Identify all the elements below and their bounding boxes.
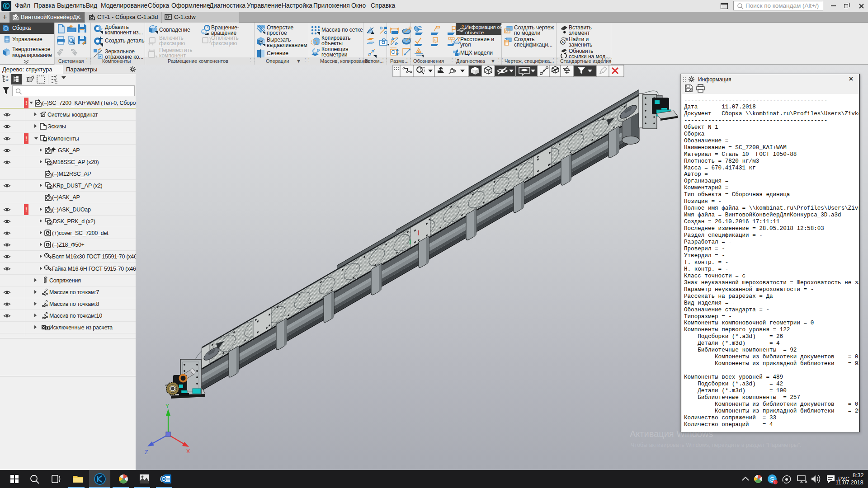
svg-text:R: R <box>409 37 411 41</box>
svg-text:?: ? <box>457 37 460 42</box>
svg-text:Z: Z <box>145 449 148 455</box>
svg-text:Чтобы активировать Windows, пе: Чтобы активировать Windows, перейдите в … <box>631 442 802 448</box>
svg-text:!: ! <box>774 480 776 485</box>
svg-text:Y: Y <box>165 403 170 409</box>
svg-text:B: B <box>566 38 568 42</box>
svg-text:?: ? <box>461 24 464 30</box>
svg-text:Б: Б <box>434 38 436 42</box>
svg-text:12: 12 <box>5 79 9 81</box>
svg-text:X: X <box>186 448 190 455</box>
svg-text:A: A <box>561 40 564 44</box>
